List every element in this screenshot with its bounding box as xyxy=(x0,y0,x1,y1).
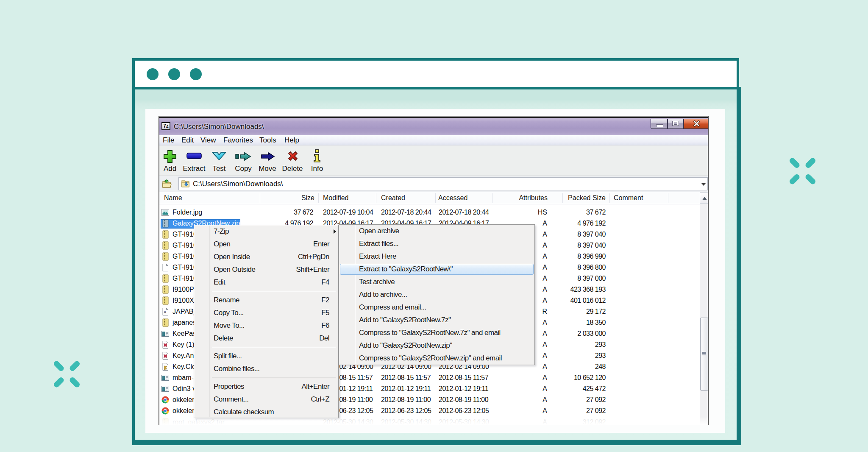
svg-text:A: A xyxy=(164,310,167,314)
